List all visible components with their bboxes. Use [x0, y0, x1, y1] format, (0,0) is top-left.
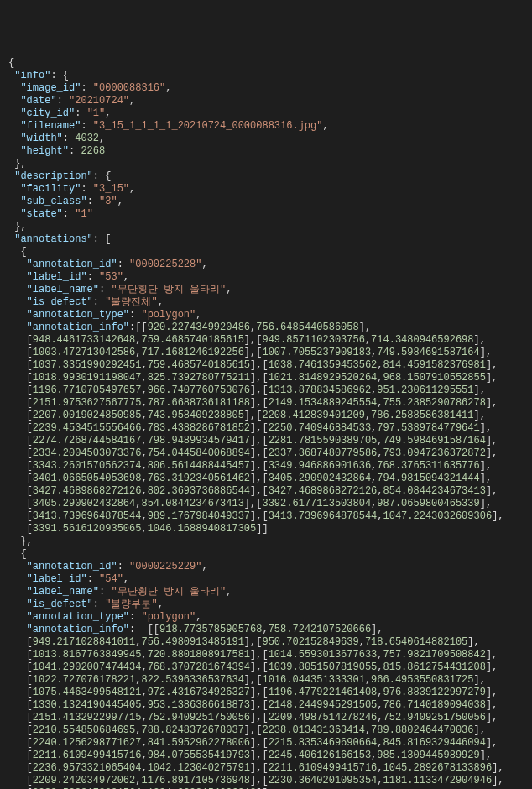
json-code-block: { "info": { "image_id": "0000088316", "d…	[8, 57, 524, 789]
json-rendered: { "info": { "image_id": "0000088316", "d…	[8, 57, 504, 789]
